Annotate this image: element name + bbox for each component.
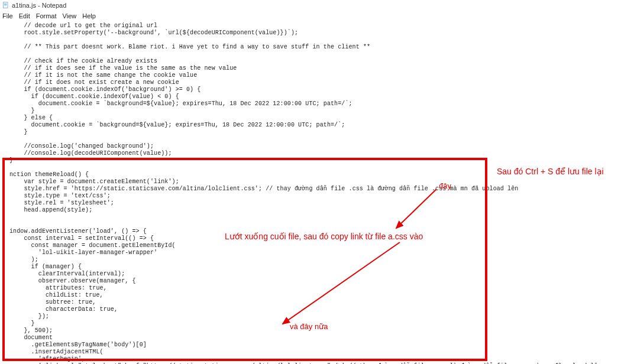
menu-format[interactable]: Format — [36, 12, 57, 20]
annotation-scroll-instruction: Lướt xuống cuối file, sau đó copy link t… — [225, 232, 423, 241]
menu-help[interactable]: Help — [82, 12, 96, 20]
menubar: File Edit Format View Help — [0, 11, 621, 21]
menu-view[interactable]: View — [63, 12, 77, 20]
menu-edit[interactable]: Edit — [19, 12, 30, 20]
annotation-and-here-label: và đây nữa — [290, 322, 328, 331]
editor-textarea[interactable]: // decode url to get the original url ro… — [0, 21, 621, 364]
notepad-app-icon — [2, 2, 9, 9]
annotation-here-label: đây — [439, 181, 451, 190]
window-title: a1tina.js - Notepad — [12, 2, 66, 9]
window-titlebar: a1tina.js - Notepad — [0, 0, 621, 11]
menu-file[interactable]: File — [2, 12, 13, 20]
annotation-save-instruction: Sau đó Ctrl + S để lưu file lại — [497, 167, 604, 176]
